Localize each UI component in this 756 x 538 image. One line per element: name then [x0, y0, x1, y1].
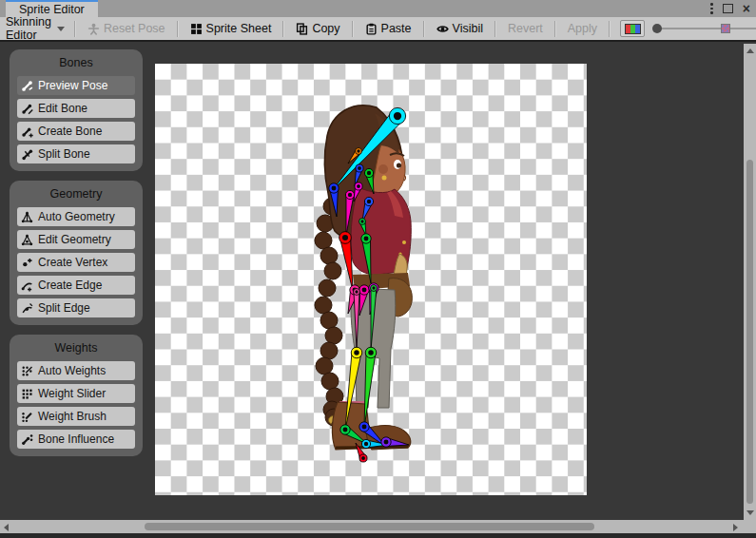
bone-joint[interactable]	[332, 186, 337, 191]
revert-button: Revert	[498, 17, 552, 40]
bone-joint[interactable]	[362, 288, 367, 293]
sprite-canvas[interactable]	[155, 64, 587, 495]
edge-split-icon	[21, 302, 33, 315]
toolbar-divider	[352, 21, 354, 37]
bone-joint[interactable]	[343, 428, 348, 432]
toolbar-button-label: Paste	[381, 22, 412, 35]
panel-button-label: Split Bone	[38, 147, 90, 161]
mode-dropdown[interactable]: Skinning Editor	[0, 17, 72, 40]
rgb-swatch-icon	[625, 24, 641, 34]
bone-joint[interactable]	[354, 350, 359, 355]
vertex-create-icon	[21, 257, 33, 269]
copy-button[interactable]: Copy	[286, 17, 349, 40]
create-bone-button[interactable]: Create Bone	[17, 122, 135, 141]
paste-button[interactable]: Paste	[356, 17, 421, 40]
vertical-scroll-thumb[interactable]	[746, 160, 753, 504]
toolbar-divider	[74, 21, 76, 37]
sprite-sheet-button[interactable]: Sprite Sheet	[181, 17, 281, 40]
tab-title: Sprite Editor	[19, 3, 85, 16]
bone-joint[interactable]	[355, 290, 358, 293]
bone-joint[interactable]	[372, 286, 375, 289]
grid-icon	[190, 23, 203, 35]
bone-joint[interactable]	[360, 220, 363, 222]
bone-joint[interactable]	[342, 235, 348, 240]
panel-button-label: Edit Geometry	[38, 233, 111, 246]
sprite-editor-window: Sprite Editor × Skinning Editor Reset Po…	[0, 0, 756, 538]
bone-edit-icon	[21, 103, 33, 115]
panel-button-label: Weight Slider	[38, 387, 106, 400]
scroll-left-icon[interactable]	[4, 524, 9, 531]
mode-dropdown-label: Skinning Editor	[6, 15, 51, 42]
scroll-up-icon[interactable]	[746, 48, 754, 53]
bone-influence-icon	[21, 433, 33, 446]
bone-preview-icon	[21, 80, 33, 92]
window-controls: ×	[710, 2, 750, 15]
close-icon[interactable]: ×	[743, 3, 750, 14]
toolbar-divider	[423, 21, 425, 37]
paste-icon	[365, 23, 378, 35]
horizontal-scroll-thumb[interactable]	[145, 523, 594, 530]
bone-joint[interactable]	[357, 184, 360, 188]
eye-icon	[436, 23, 449, 35]
bone-influence-button[interactable]: Bone Influence	[17, 430, 135, 449]
split-edge-button[interactable]: Split Edge	[17, 298, 135, 317]
geometry-auto-icon	[21, 211, 33, 223]
scrollbar-corner	[744, 520, 756, 533]
split-bone-button[interactable]: Split Bone	[17, 144, 135, 163]
vertical-scrollbar[interactable]	[744, 44, 756, 520]
visibil-button[interactable]: Visibil	[427, 17, 493, 40]
panel-button-label: Bone Influence	[38, 432, 114, 446]
window-bottom-edge	[0, 533, 756, 538]
bone-joint[interactable]	[364, 237, 369, 241]
bone-joint[interactable]	[362, 425, 367, 430]
edit-bone-button[interactable]: Edit Bone	[17, 99, 135, 118]
panel-bones: BonesPreview PoseEdit BoneCreate BoneSpl…	[10, 49, 143, 171]
alpha-brightness-slider	[652, 21, 756, 36]
slider-thumb[interactable]	[652, 24, 662, 33]
bone-joint[interactable]	[394, 112, 401, 120]
auto-geometry-button[interactable]: Auto Geometry	[17, 207, 135, 226]
bone-joint[interactable]	[384, 440, 389, 445]
weight-slider-button[interactable]: Weight Slider	[17, 384, 135, 403]
toolbar-button-label: Visibil	[453, 22, 483, 35]
edit-geometry-button[interactable]: Edit Geometry	[17, 230, 135, 249]
create-edge-button[interactable]: Create Edge	[17, 276, 135, 295]
auto-weights-button[interactable]: Auto Weights	[17, 361, 135, 380]
bone-joint[interactable]	[367, 200, 371, 203]
pattern-swatch-icon	[721, 24, 730, 33]
bone-joint[interactable]	[368, 350, 374, 355]
weight-brush-button[interactable]: Weight Brush	[17, 407, 135, 426]
bone-joint[interactable]	[358, 166, 361, 170]
panel-button-label: Edit Bone	[38, 102, 87, 115]
tab-strip: Sprite Editor ×	[0, 0, 756, 17]
bone[interactable]	[364, 347, 377, 428]
toolbar-button-label: Copy	[312, 22, 339, 35]
apply-button: Apply	[558, 17, 607, 40]
rgb-channel-button[interactable]	[620, 20, 645, 37]
preview-pose-button[interactable]: Preview Pose	[17, 76, 135, 95]
scroll-right-icon[interactable]	[733, 524, 738, 531]
panel-button-label: Create Bone	[38, 125, 102, 138]
panel-button-label: Create Vertex	[38, 256, 107, 269]
create-vertex-button[interactable]: Create Vertex	[17, 253, 135, 272]
bone[interactable]	[339, 232, 353, 291]
window-menu-icon[interactable]	[710, 3, 713, 14]
maximize-icon[interactable]	[723, 4, 733, 13]
panel-title: Bones	[17, 56, 135, 69]
bone-joint[interactable]	[361, 456, 365, 460]
bone-joint[interactable]	[357, 149, 359, 152]
person-icon	[87, 23, 100, 35]
toolbar-button-label: Apply	[568, 22, 597, 35]
panel-button-label: Auto Geometry	[38, 210, 115, 223]
panel-button-label: Create Edge	[38, 279, 102, 292]
bone-split-icon	[21, 148, 33, 161]
horizontal-scrollbar[interactable]	[0, 520, 744, 533]
toolbar-right	[607, 20, 756, 37]
bone-joint[interactable]	[348, 193, 352, 197]
bone-joint[interactable]	[364, 442, 368, 446]
bone-joint[interactable]	[367, 171, 371, 175]
toolbar-divider	[494, 21, 496, 37]
weight-brush-icon	[21, 411, 33, 423]
toolbar-divider	[177, 21, 179, 37]
scroll-down-icon[interactable]	[746, 510, 754, 515]
